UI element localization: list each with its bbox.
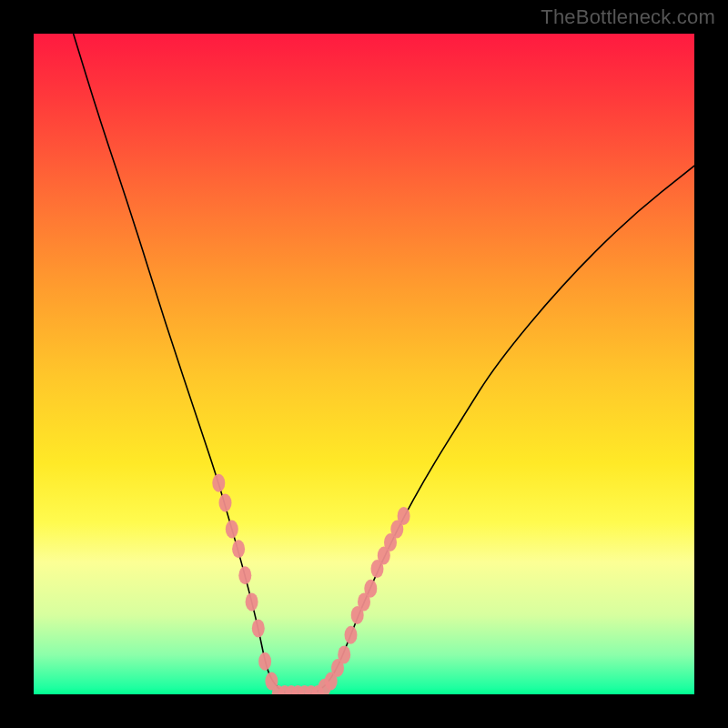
- chart-plot-area: [34, 34, 694, 694]
- highlight-dot: [252, 619, 265, 637]
- highlight-dot: [338, 645, 350, 663]
- highlight-dot: [238, 566, 251, 584]
- highlight-dot: [246, 592, 258, 611]
- bottleneck-curve-path: [74, 34, 694, 694]
- highlight-dot: [364, 580, 377, 598]
- highlight-dot: [219, 494, 232, 512]
- bottleneck-curve-svg: [34, 34, 694, 694]
- highlight-dots-group: [212, 474, 410, 694]
- highlight-dot: [258, 652, 271, 671]
- highlight-dot: [345, 626, 358, 644]
- highlight-dot: [232, 540, 245, 558]
- watermark-text: TheBottleneck.com: [541, 5, 715, 29]
- highlight-dot: [226, 521, 238, 539]
- highlight-dot: [212, 474, 225, 492]
- highlight-dot: [398, 507, 410, 525]
